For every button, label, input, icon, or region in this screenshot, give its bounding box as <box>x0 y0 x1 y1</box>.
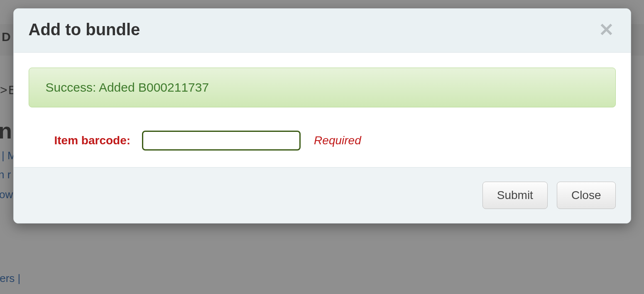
close-button[interactable]: Close <box>557 182 616 209</box>
add-to-bundle-modal: Add to bundle ✕ Success: Added B00021173… <box>13 8 631 224</box>
submit-button[interactable]: Submit <box>482 182 548 209</box>
modal-footer: Submit Close <box>14 167 631 223</box>
barcode-form-row: Item barcode: Required <box>29 131 616 151</box>
modal-body: Success: Added B000211737 Item barcode: … <box>14 53 631 167</box>
success-alert: Success: Added B000211737 <box>29 68 616 107</box>
required-hint: Required <box>314 134 361 147</box>
close-icon[interactable]: ✕ <box>597 21 616 39</box>
modal-overlay: Add to bundle ✕ Success: Added B00021173… <box>0 0 644 294</box>
item-barcode-label: Item barcode: <box>54 134 131 147</box>
modal-title: Add to bundle <box>29 20 140 39</box>
item-barcode-input[interactable] <box>142 131 301 151</box>
modal-header: Add to bundle ✕ <box>14 9 631 53</box>
